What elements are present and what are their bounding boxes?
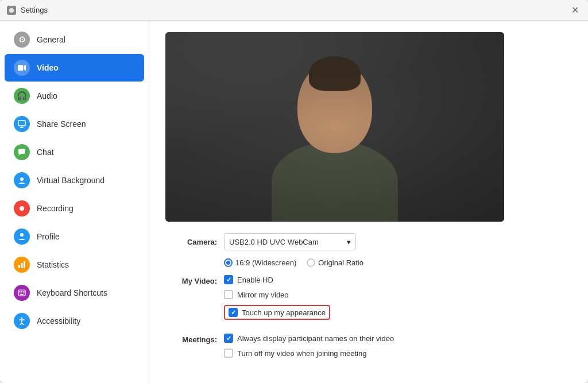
video-preview	[165, 32, 504, 222]
touch-up-option[interactable]: Touch up my appearance	[224, 305, 330, 320]
dropdown-arrow: ▾	[347, 238, 351, 246]
sidebar-label-audio: Audio	[37, 91, 57, 100]
main-content: Camera: USB2.0 HD UVC WebCam ▾ 16:9 (Wid…	[149, 21, 588, 383]
radio-widescreen-circle	[224, 258, 233, 267]
sidebar-item-chat[interactable]: Chat	[5, 138, 144, 166]
sidebar-label-profile: Profile	[37, 232, 60, 241]
camera-value: USB2.0 HD UVC WebCam	[229, 238, 319, 246]
settings-window: Settings ✕ ⚙ General Video 🎧 Audio	[0, 0, 588, 383]
svg-marker-2	[24, 65, 26, 71]
sidebar-item-audio[interactable]: 🎧 Audio	[5, 82, 144, 110]
mirror-label: Mirror my video	[237, 291, 289, 299]
svg-marker-7	[18, 154, 21, 156]
turn-off-video-label: Turn off my video when joining meeting	[237, 349, 366, 358]
sidebar-label-chat: Chat	[37, 148, 54, 157]
accessibility-icon	[14, 313, 30, 329]
mirror-video-option[interactable]: Mirror my video	[224, 290, 330, 299]
ratio-group: 16:9 (Widescreen) Original Ratio	[224, 258, 363, 267]
svg-rect-15	[20, 291, 21, 292]
person-head	[297, 61, 372, 153]
camera-row: Camera: USB2.0 HD UVC WebCam ▾	[165, 233, 572, 250]
turn-off-video-option[interactable]: Turn off my video when joining meeting	[224, 349, 394, 358]
audio-icon: 🎧	[14, 88, 30, 104]
camera-dropdown[interactable]: USB2.0 HD UVC WebCam ▾	[224, 233, 356, 250]
video-placeholder	[165, 32, 504, 222]
my-video-row: My Video: Enable HD Mirror my video	[165, 275, 572, 326]
svg-rect-3	[18, 121, 25, 126]
svg-point-22	[21, 318, 23, 319]
video-icon	[14, 60, 30, 76]
sidebar-item-recording[interactable]: Recording	[5, 195, 144, 222]
sidebar-label-statistics: Statistics	[37, 260, 69, 269]
my-video-options: Enable HD Mirror my video Touch up my ap…	[224, 275, 330, 326]
sidebar-label-recording: Recording	[37, 204, 74, 213]
sidebar-item-share-screen[interactable]: Share Screen	[5, 110, 144, 138]
content-area: ⚙ General Video 🎧 Audio Share Screen	[0, 21, 588, 383]
sidebar-label-keyboard-shortcuts: Keyboard Shortcuts	[37, 288, 107, 297]
sidebar: ⚙ General Video 🎧 Audio Share Screen	[0, 21, 149, 383]
sidebar-item-general[interactable]: ⚙ General	[5, 26, 144, 53]
sidebar-label-general: General	[37, 35, 65, 44]
svg-rect-17	[24, 291, 25, 292]
meetings-row: Meetings: Always display participant nam…	[165, 334, 572, 363]
svg-rect-13	[24, 261, 25, 268]
app-icon	[7, 6, 16, 15]
svg-point-9	[20, 206, 24, 211]
touch-up-checkbox[interactable]	[229, 308, 238, 317]
svg-point-10	[20, 233, 24, 237]
sidebar-label-virtual-bg: Virtual Background	[37, 176, 105, 185]
svg-rect-18	[20, 293, 21, 294]
svg-rect-6	[18, 149, 25, 154]
sidebar-item-accessibility[interactable]: Accessibility	[5, 307, 144, 335]
sidebar-item-profile[interactable]: Profile	[5, 223, 144, 250]
sidebar-item-virtual-bg[interactable]: Virtual Background	[5, 167, 144, 194]
svg-rect-19	[21, 293, 22, 294]
window-title: Settings	[21, 6, 48, 14]
close-button[interactable]: ✕	[568, 4, 581, 17]
keyboard-icon	[14, 285, 30, 301]
svg-rect-12	[21, 263, 23, 268]
ratio-row: 16:9 (Widescreen) Original Ratio	[165, 258, 572, 267]
svg-point-8	[20, 177, 24, 181]
svg-point-0	[9, 8, 14, 13]
chat-icon	[14, 144, 30, 160]
meetings-label: Meetings:	[165, 334, 217, 344]
camera-label: Camera:	[165, 238, 217, 246]
sidebar-item-keyboard-shortcuts[interactable]: Keyboard Shortcuts	[5, 279, 144, 307]
enable-hd-option[interactable]: Enable HD	[224, 275, 330, 284]
display-names-checkbox[interactable]	[224, 334, 233, 343]
display-names-option[interactable]: Always display participant names on thei…	[224, 334, 394, 343]
sidebar-label-share-screen: Share Screen	[37, 119, 86, 129]
enable-hd-label: Enable HD	[237, 276, 273, 284]
share-screen-icon	[14, 116, 30, 132]
radio-original-circle	[307, 258, 315, 267]
enable-hd-checkbox[interactable]	[224, 275, 233, 284]
mirror-checkbox[interactable]	[224, 290, 233, 299]
sidebar-label-video: Video	[37, 63, 59, 72]
touch-up-highlighted: Touch up my appearance	[224, 305, 330, 320]
radio-widescreen-label: 16:9 (Widescreen)	[235, 258, 296, 267]
ratio-original[interactable]: Original Ratio	[307, 258, 363, 267]
statistics-icon	[14, 257, 30, 273]
svg-rect-21	[20, 294, 24, 295]
person-figure	[272, 61, 398, 222]
sidebar-item-statistics[interactable]: Statistics	[5, 251, 144, 278]
virtual-bg-icon	[14, 172, 30, 188]
general-icon: ⚙	[14, 32, 30, 48]
turn-off-video-checkbox[interactable]	[224, 349, 233, 358]
svg-rect-16	[21, 291, 22, 292]
meetings-options: Always display participant names on thei…	[224, 334, 394, 363]
recording-icon	[14, 200, 30, 216]
titlebar: Settings ✕	[0, 0, 588, 21]
sidebar-label-accessibility: Accessibility	[37, 316, 80, 326]
display-names-label: Always display participant names on thei…	[237, 334, 394, 343]
sidebar-item-video[interactable]: Video	[5, 54, 144, 82]
svg-rect-20	[24, 293, 25, 294]
person-hair	[309, 56, 361, 91]
ratio-widescreen[interactable]: 16:9 (Widescreen)	[224, 258, 296, 267]
touch-up-label: Touch up my appearance	[242, 308, 326, 317]
profile-icon	[14, 229, 30, 245]
svg-rect-11	[18, 265, 20, 268]
titlebar-left: Settings	[7, 6, 48, 15]
radio-original-label: Original Ratio	[318, 258, 363, 267]
